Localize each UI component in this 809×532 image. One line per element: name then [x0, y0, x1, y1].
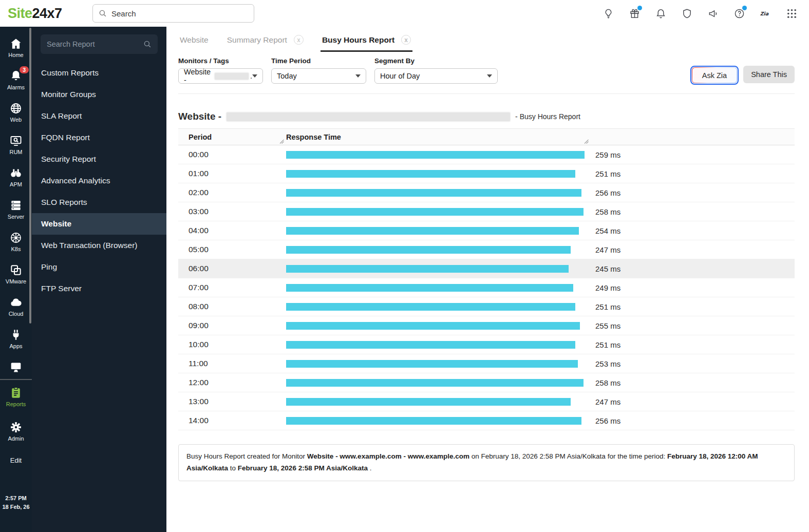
sidebar-item-desktop[interactable] — [0, 360, 32, 378]
site24x7-app: Site24x7 Zia Home 3 Alarms Web RUM APM S… — [0, 0, 809, 532]
table-row[interactable]: 04:00 254 ms — [178, 221, 795, 240]
ask-zia-highlight-ring: Ask Zia — [690, 66, 739, 85]
site24x7-logo[interactable]: Site24x7 — [8, 6, 62, 22]
report-nav-label: Custom Reports — [41, 68, 99, 78]
tab-busy-hours-report[interactable]: Busy Hours Report x — [321, 29, 412, 52]
top-header: Site24x7 Zia — [0, 0, 809, 27]
zia-icon[interactable]: Zia — [759, 7, 772, 20]
close-icon[interactable]: x — [401, 35, 411, 45]
report-nav-item-slo-reports[interactable]: SLO Reports — [32, 192, 166, 213]
report-nav-item-fqdn-report[interactable]: FQDN Report — [32, 127, 166, 148]
column-resize-handle-icon[interactable] — [279, 139, 285, 144]
response-time-bar — [286, 189, 581, 197]
notification-dot — [742, 6, 747, 10]
sidebar-item-home[interactable]: Home — [0, 37, 32, 69]
report-nav-item-security-report[interactable]: Security Report — [32, 148, 166, 170]
table-row[interactable]: 07:00 249 ms — [178, 278, 795, 297]
share-this-button[interactable]: Share This — [743, 66, 795, 83]
sidebar-item-alarms[interactable]: 3 Alarms — [0, 69, 32, 102]
table-row[interactable]: 00:00 259 ms — [178, 145, 795, 164]
sidebar-item-apps[interactable]: Apps — [0, 328, 32, 360]
sidebar-item-web[interactable]: Web — [0, 102, 32, 134]
table-row[interactable]: 01:00 251 ms — [178, 164, 795, 183]
period-cell: 14:00 — [178, 416, 286, 425]
report-nav-item-ping[interactable]: Ping — [32, 256, 166, 278]
bar-cell — [286, 246, 591, 254]
shield-icon[interactable] — [681, 7, 693, 20]
table-row[interactable]: 06:00 245 ms — [178, 259, 795, 278]
value-cell: 251 ms — [591, 169, 795, 178]
table-row[interactable]: 13:00 247 ms — [178, 392, 795, 411]
sidebar-item-label: Web — [10, 117, 22, 123]
table-row[interactable]: 14:00 256 ms — [178, 411, 795, 430]
period-cell: 03:00 — [178, 207, 286, 216]
redacted-text — [215, 73, 249, 80]
sidebar-scrollbar[interactable] — [29, 28, 31, 324]
table-row[interactable]: 02:00 256 ms — [178, 183, 795, 202]
sidebar-item-apm[interactable]: APM — [0, 166, 32, 199]
table-row[interactable]: 03:00 258 ms — [178, 202, 795, 221]
table-row[interactable]: 08:00 251 ms — [178, 297, 795, 316]
period-cell: 10:00 — [178, 340, 286, 349]
segment-by-select[interactable]: Hour of Day — [374, 68, 498, 84]
report-nav-item-custom-reports[interactable]: Custom Reports — [32, 62, 166, 84]
sidebar-item-admin[interactable]: Admin — [0, 421, 32, 455]
report-nav-label: SLO Reports — [41, 198, 87, 207]
plug-icon — [9, 328, 23, 341]
report-search-input[interactable] — [47, 40, 143, 48]
period-cell: 12:00 — [178, 378, 286, 387]
bell-icon[interactable] — [654, 7, 667, 20]
bell-icon: 3 — [9, 69, 23, 83]
value-cell: 249 ms — [591, 283, 795, 292]
column-resize-handle-icon[interactable] — [584, 139, 589, 144]
search-icon — [98, 9, 107, 18]
tab-website[interactable]: Website — [178, 29, 210, 52]
column-label: Response Time — [286, 133, 341, 141]
report-nav-item-website[interactable]: Website — [32, 213, 166, 235]
report-nav-item-sla-report[interactable]: SLA Report — [32, 105, 166, 127]
response-time-bar — [286, 398, 571, 406]
lightbulb-icon[interactable] — [602, 7, 614, 20]
apps-grid-icon[interactable] — [785, 7, 798, 20]
sidebar-item-cloud[interactable]: Cloud — [0, 296, 32, 328]
time-period-select[interactable]: Today — [271, 68, 366, 84]
response-time-bar — [286, 322, 580, 330]
ask-zia-button[interactable]: Ask Zia — [692, 67, 737, 83]
report-nav-label: FTP Server — [41, 284, 82, 293]
table-row[interactable]: 09:00 255 ms — [178, 316, 795, 335]
value-cell: 251 ms — [591, 302, 795, 311]
table-row[interactable]: 12:00 258 ms — [178, 373, 795, 392]
tab-summary-report[interactable]: Summary Report x — [225, 29, 305, 52]
gift-icon[interactable] — [628, 7, 641, 20]
value-cell: 258 ms — [591, 378, 795, 387]
sidebar-item-label: K8s — [11, 246, 21, 252]
sidebar-item-rum[interactable]: RUM — [0, 134, 32, 166]
monitors-tags-select[interactable]: Website - . — [178, 68, 263, 84]
report-title-prefix: Website - — [178, 111, 221, 122]
table-row[interactable]: 10:00 251 ms — [178, 335, 795, 354]
megaphone-icon[interactable] — [707, 7, 719, 20]
value-cell: 247 ms — [591, 397, 795, 406]
sidebar-item-vmware[interactable]: VMware — [0, 263, 32, 296]
response-time-bar — [286, 246, 571, 254]
report-nav-item-advanced-analytics[interactable]: Advanced Analytics — [32, 170, 166, 192]
select-value: Today — [277, 72, 297, 80]
svg-text:Zia: Zia — [760, 11, 768, 16]
help-icon[interactable] — [733, 7, 745, 20]
global-search-input[interactable] — [111, 9, 249, 18]
table-row[interactable]: 11:00 253 ms — [178, 354, 795, 373]
search-icon — [143, 40, 152, 49]
close-icon[interactable]: x — [294, 35, 304, 45]
report-nav-item-ftp-server[interactable]: FTP Server — [32, 278, 166, 299]
alarm-count-badge: 3 — [20, 66, 29, 73]
report-nav-item-web-transaction-browser[interactable]: Web Transaction (Browser) — [32, 235, 166, 256]
sidebar-item-k8s[interactable]: K8s — [0, 231, 32, 263]
report-nav-item-monitor-groups[interactable]: Monitor Groups — [32, 84, 166, 105]
value-cell: 259 ms — [591, 150, 795, 159]
sidebar-item-edit[interactable]: Edit — [0, 455, 32, 476]
table-row[interactable]: 05:00 247 ms — [178, 240, 795, 259]
bar-cell — [286, 322, 591, 330]
sidebar-item-server[interactable]: Server — [0, 199, 32, 231]
report-title-suffix: - Busy Hours Report — [515, 112, 580, 121]
sidebar-item-reports[interactable]: Reports — [0, 386, 32, 421]
